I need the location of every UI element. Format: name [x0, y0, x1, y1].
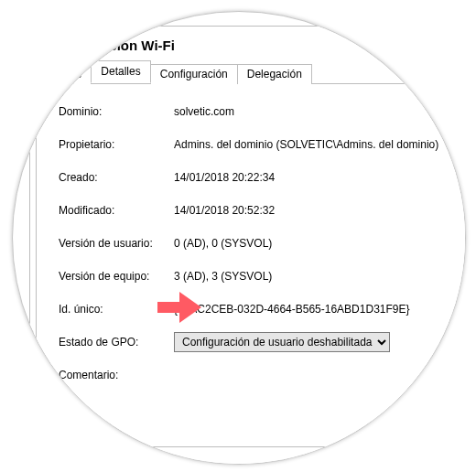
row-domain: Dominio: solvetic.com [59, 95, 466, 128]
row-owner: Propietario: Admins. del dominio (SOLVET… [59, 128, 466, 161]
window-title: Administracion Wi-Fi [36, 34, 466, 60]
row-gpo-status: Estado de GPO: Configuración de usuario … [59, 326, 466, 359]
value-created: 14/01/2018 20:22:34 [174, 171, 466, 184]
gpo-status-select[interactable]: Configuración de usuario deshabilitada [174, 332, 390, 352]
value-domain: solvetic.com [174, 105, 466, 118]
value-computer-version: 3 (AD), 3 (SYSVOL) [174, 270, 466, 283]
tab-detalles[interactable]: Detalles [91, 60, 150, 83]
label-user-version: Versión de usuario: [59, 237, 174, 250]
label-comment: Comentario: [59, 369, 174, 381]
value-modified: 14/01/2018 20:52:32 [174, 204, 466, 217]
tab-delegacion[interactable]: Delegación [237, 64, 312, 84]
row-unique-id: Id. único: {88AC2CEB-032D-4664-B565-16AB… [59, 293, 466, 326]
row-comment: Comentario: [59, 359, 466, 392]
label-gpo-status: Estado de GPO: [59, 336, 174, 349]
label-created: Creado: [59, 171, 174, 184]
label-domain: Dominio: [59, 105, 174, 118]
tab-ambito[interactable]: Ámbito [38, 64, 92, 84]
row-created: Creado: 14/01/2018 20:22:34 [59, 161, 466, 194]
window-frame: Administracion Wi-Fi Ámbito Detalles Con… [29, 26, 466, 465]
circular-viewport: Administracion Wi-Fi Ámbito Detalles Con… [12, 11, 466, 465]
gpo-properties-window: Administracion Wi-Fi Ámbito Detalles Con… [29, 26, 466, 465]
tab-configuracion[interactable]: Configuración [150, 64, 238, 84]
details-panel: Dominio: solvetic.com Propietario: Admin… [36, 84, 466, 447]
row-modified: Modificado: 14/01/2018 20:52:32 [59, 194, 466, 227]
row-user-version: Versión de usuario: 0 (AD), 0 (SYSVOL) [59, 227, 466, 260]
value-unique-id: {88AC2CEB-032D-4664-B565-16ABD1D31F9E} [174, 303, 466, 316]
label-computer-version: Versión de equipo: [59, 270, 174, 283]
value-user-version: 0 (AD), 0 (SYSVOL) [174, 237, 466, 250]
label-modified: Modificado: [59, 204, 174, 217]
tab-strip: Ámbito Detalles Configuración Delegación [38, 60, 466, 84]
row-computer-version: Versión de equipo: 3 (AD), 3 (SYSVOL) [59, 260, 466, 293]
value-owner: Admins. del dominio (SOLVETIC\Admins. de… [174, 138, 466, 151]
label-unique-id: Id. único: [59, 303, 174, 316]
label-owner: Propietario: [59, 138, 174, 151]
